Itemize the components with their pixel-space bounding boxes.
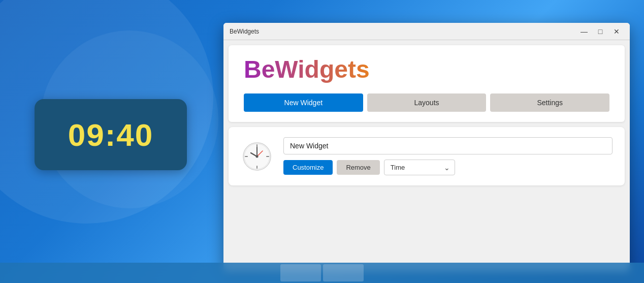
new-widget-button[interactable]: New Widget (244, 93, 363, 112)
customize-button[interactable]: Customize (283, 160, 333, 175)
svg-point-9 (256, 155, 259, 158)
minimize-button[interactable]: — (577, 26, 591, 37)
remove-button[interactable]: Remove (337, 160, 379, 175)
taskbar-button-2[interactable] (323, 264, 364, 281)
layouts-button[interactable]: Layouts (367, 93, 487, 112)
title-bar: BeWidgets — □ ✕ (223, 23, 630, 40)
close-button[interactable]: ✕ (609, 26, 624, 37)
clock-icon (242, 142, 272, 171)
app-content: BeWidgets New Widget Layouts Settings (223, 40, 630, 272)
widget-icon (241, 140, 273, 173)
widget-type-select[interactable]: Time Date Weather CPU Memory (384, 160, 455, 175)
settings-button[interactable]: Settings (490, 93, 609, 112)
window-controls: — □ ✕ (577, 26, 624, 37)
clock-time-display: 09:40 (68, 117, 154, 153)
desktop-clock-widget: 09:40 (35, 99, 187, 170)
maximize-button[interactable]: □ (593, 26, 607, 37)
app-window: BeWidgets — □ ✕ BeWidgets New Widget Lay… (223, 23, 630, 272)
nav-buttons: New Widget Layouts Settings (244, 93, 609, 112)
widget-actions: Customize Remove Time Date Weather CPU M… (283, 160, 613, 175)
widget-details: Customize Remove Time Date Weather CPU M… (283, 137, 613, 175)
widget-card: Customize Remove Time Date Weather CPU M… (229, 127, 625, 185)
header-panel: BeWidgets New Widget Layouts Settings (229, 45, 625, 122)
taskbar-button-1[interactable] (280, 264, 321, 281)
widget-name-input[interactable] (283, 137, 613, 154)
taskbar (0, 263, 644, 283)
app-logo: BeWidgets (244, 55, 370, 83)
window-title: BeWidgets (230, 28, 577, 35)
type-select-wrapper: Time Date Weather CPU Memory (384, 160, 455, 175)
widget-list-area: Customize Remove Time Date Weather CPU M… (223, 122, 630, 272)
